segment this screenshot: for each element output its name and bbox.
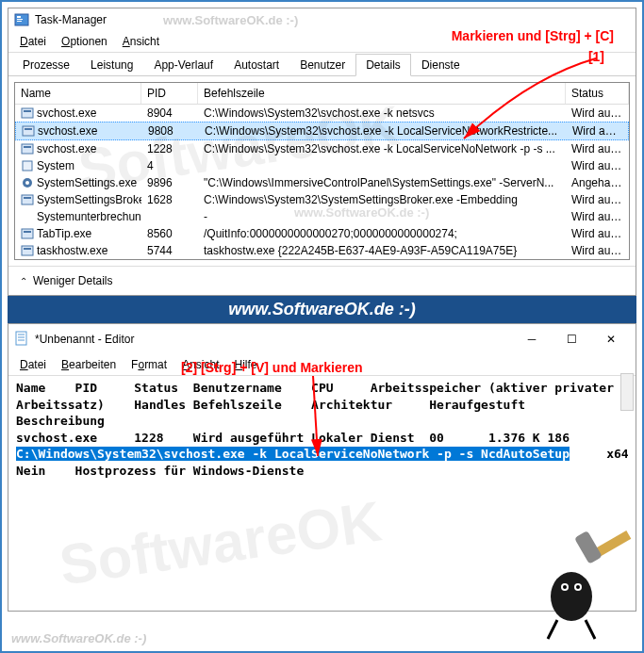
table-row[interactable]: System4Wird ausgefüh (15, 157, 629, 174)
maximize-button[interactable]: ☐ (553, 328, 590, 351)
window-title: Task-Manager (35, 13, 107, 26)
process-icon (21, 210, 34, 223)
cell-pid: 5744 (141, 243, 198, 258)
svg-rect-8 (22, 144, 33, 154)
cell-status: Angehalten (566, 175, 629, 190)
cell-status: Wird ausgefüh (566, 192, 629, 207)
col-status[interactable]: Status (566, 83, 629, 104)
tab-prozesse[interactable]: Prozesse (12, 54, 80, 76)
fewer-details-row[interactable]: ⌃ Weniger Details (8, 266, 636, 295)
np-menu-format[interactable]: Format (124, 356, 174, 373)
np-menu-hilfe[interactable]: Hilfe (227, 356, 265, 373)
watermark: www.SoftwareOK.de :-) (163, 13, 298, 27)
table-row[interactable]: TabTip.exe8560/QuitInfo:0000000000000270… (15, 225, 629, 242)
table-row[interactable]: svchost.exe9808C:\Windows\System32\svcho… (15, 122, 629, 140)
svg-rect-7 (25, 128, 32, 130)
table-row[interactable]: Systemunterbrechun...-Wird ausgefüh (15, 208, 629, 225)
window-controls: ─ ☐ ✕ (513, 328, 630, 351)
cell-cmd: - (198, 209, 566, 224)
cell-cmd: taskhostw.exe {222A245B-E637-4AE9-A93F-A… (198, 243, 566, 258)
notepad-titlebar[interactable]: *Unbenannt - Editor ─ ☐ ✕ (8, 324, 636, 354)
svg-point-23 (551, 572, 592, 621)
cell-pid: 1228 (141, 141, 198, 156)
tab-autostart[interactable]: Autostart (223, 54, 289, 76)
table-row[interactable]: taskhostw.exe5744taskhostw.exe {222A245B… (15, 242, 629, 259)
col-cmd[interactable]: Befehlszeile (198, 83, 566, 104)
cell-name: svchost.exe (15, 141, 141, 156)
cell-pid: 8904 (141, 106, 198, 121)
table-body: svchost.exe8904C:\Windows\System32\svcho… (15, 105, 629, 259)
cell-status: Wird ausgefüh (566, 226, 629, 241)
cell-pid: 9896 (141, 175, 198, 190)
highlighted-text: C:\Windows\System32\svchost.exe -k Local… (16, 447, 570, 461)
process-icon (21, 244, 34, 257)
table-row[interactable]: SystemSettingsBroke...1628C:\Windows\Sys… (15, 191, 629, 208)
notepad-title: *Unbenannt - Editor (35, 333, 134, 346)
scrollbar[interactable] (620, 373, 634, 411)
svg-point-12 (25, 181, 29, 185)
np-menu-bearbeiten[interactable]: Bearbeiten (54, 356, 124, 373)
tab-details[interactable]: Details (355, 54, 411, 76)
tab-appverlauf[interactable]: App-Verlauf (143, 54, 223, 76)
svg-rect-2 (17, 19, 23, 20)
minimize-button[interactable]: ─ (513, 328, 551, 351)
tab-bar: Prozesse Leistung App-Verlauf Autostart … (8, 53, 636, 76)
np-header2: Arbeitssatz) Handles Befehlszeile Archit… (16, 397, 628, 414)
process-icon (21, 176, 34, 189)
process-icon (21, 193, 34, 206)
np-row2: C:\Windows\System32\svchost.exe -k Local… (16, 446, 628, 463)
col-pid[interactable]: PID (141, 83, 198, 104)
cell-cmd: /QuitInfo:0000000000000270;0000000000000… (198, 226, 566, 241)
np-row1: svchost.exe 1228 Wird ausgeführt Lokaler… (16, 430, 628, 447)
tab-leistung[interactable]: Leistung (80, 54, 143, 76)
task-manager-titlebar[interactable]: Task-Manager www.SoftwareOK.de :-) (8, 8, 636, 31)
menu-optionen[interactable]: Optionen (54, 33, 115, 50)
task-manager-icon (14, 12, 29, 27)
cell-pid (141, 216, 198, 218)
cell-cmd: C:\Windows\System32\SystemSettingsBroker… (198, 192, 566, 207)
svg-rect-9 (24, 146, 31, 148)
process-icon (21, 142, 34, 155)
close-button[interactable]: ✕ (592, 328, 630, 351)
notepad-menubar: Datei Bearbeiten Format Ansicht Hilfe (8, 354, 636, 376)
np-menu-datei[interactable]: Datei (12, 356, 54, 373)
tab-benutzer[interactable]: Benutzer (289, 54, 355, 76)
notepad-content[interactable]: Name PID Status Benutzername CPU Arbeits… (8, 376, 636, 482)
svg-point-27 (576, 585, 580, 589)
process-icon (21, 159, 34, 172)
np-row3: Nein Hostprozess für Windows-Dienste (16, 463, 628, 480)
menu-datei[interactable]: Datei (12, 33, 54, 50)
svg-rect-3 (17, 21, 22, 22)
menu-ansicht[interactable]: Ansicht (115, 33, 167, 50)
cell-status: Wird ausgefüh (567, 123, 628, 139)
fewer-details-label: Weniger Details (33, 274, 112, 287)
cell-name: SystemSettings.exe (15, 175, 141, 190)
cell-status: Wird ausgefüh (566, 158, 629, 173)
process-icon (21, 227, 34, 240)
task-manager-window: Task-Manager www.SoftwareOK.de :-) Datei… (8, 8, 636, 296)
svg-point-25 (563, 585, 567, 589)
process-table: Name PID Befehlszeile Status svchost.exe… (14, 82, 630, 260)
cell-cmd (198, 165, 566, 167)
tab-dienste[interactable]: Dienste (411, 54, 471, 76)
cell-status: Wird ausgefüh (566, 141, 629, 156)
np-menu-ansicht[interactable]: Ansicht (174, 356, 226, 373)
cell-name: SystemSettingsBroke... (15, 192, 141, 207)
cell-name: taskhostw.exe (15, 243, 141, 258)
table-row[interactable]: svchost.exe1228C:\Windows\System32\svcho… (15, 140, 629, 157)
cell-cmd: "C:\Windows\ImmersiveControlPanel\System… (198, 175, 566, 190)
svg-rect-13 (22, 195, 33, 204)
np-header1: Name PID Status Benutzername CPU Arbeits… (16, 380, 628, 397)
svg-rect-4 (22, 108, 33, 118)
cell-name: svchost.exe (15, 106, 141, 121)
table-row[interactable]: svchost.exe8904C:\Windows\System32\svcho… (15, 105, 629, 122)
table-row[interactable]: SystemSettings.exe9896"C:\Windows\Immers… (15, 174, 629, 191)
svg-rect-18 (24, 248, 31, 250)
svg-rect-5 (24, 110, 31, 112)
cell-status: Wird ausgefüh (566, 243, 629, 258)
col-name[interactable]: Name (15, 83, 141, 104)
svg-rect-19 (16, 332, 26, 345)
cell-pid: 9808 (142, 123, 199, 139)
svg-rect-1 (17, 16, 21, 18)
cell-name: System (15, 158, 141, 173)
